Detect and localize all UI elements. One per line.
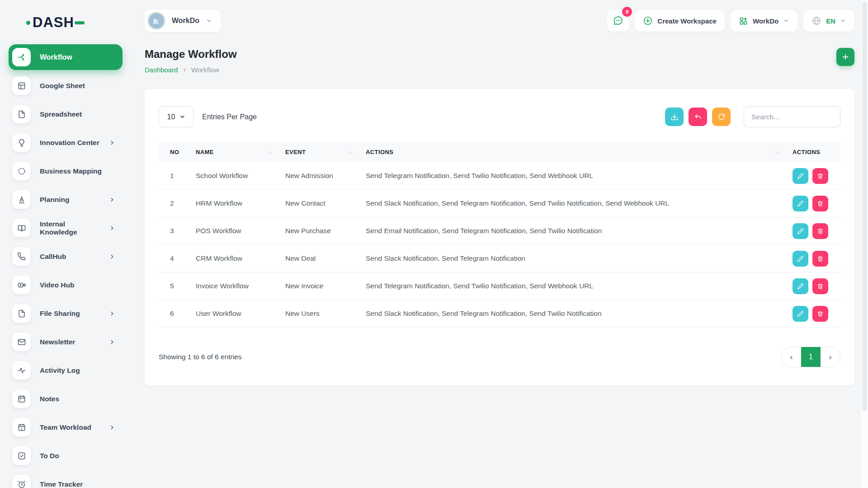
search-input[interactable] [744,106,840,127]
delete-button[interactable] [812,168,828,184]
sidebar-item-internal-knowledge[interactable]: Internal Knowledge [9,215,123,241]
chevron-right-icon [109,424,115,431]
sidebar-item-planning[interactable]: Planning [9,187,123,212]
row-no: 1 [159,172,190,180]
row-no: 2 [159,199,190,207]
pencil-icon [797,200,804,207]
sidebar-item-team-workload[interactable]: Team Workload [9,414,123,440]
table-row: 5 Invoice Workflow New Invoice Send Tele… [159,272,840,300]
scrollbar[interactable] [860,0,868,488]
trash-icon [817,255,824,262]
chevron-down-icon [179,114,185,120]
sidebar-item-video-hub[interactable]: Video Hub [9,272,123,298]
sidebar-item-newsletter[interactable]: Newsletter [9,329,123,355]
trash-icon [817,173,824,179]
sidebar-item-callhub[interactable]: CallHub [9,244,123,269]
row-name: POS Workflow [190,227,280,235]
export-button[interactable] [665,108,684,126]
sidebar-item-to-do[interactable]: To Do [9,443,123,469]
table-row: 3 POS Workflow New Purchase Send Email N… [159,217,840,245]
delete-button[interactable] [812,223,828,239]
row-actions-text: Send Telegram Notification, Send Twilio … [360,172,787,180]
sidebar-item-file-sharing[interactable]: File Sharing [9,300,123,326]
sidebar-item-business-mapping[interactable]: Business Mapping [9,158,123,184]
add-workflow-button[interactable] [836,48,854,66]
refresh-button[interactable] [712,108,731,126]
row-event: New Purchase [280,227,360,235]
workspace-selector[interactable]: WorkDo [145,9,221,32]
delete-button[interactable] [812,306,828,322]
delete-button[interactable] [812,196,828,211]
notification-badge: 0 [622,7,632,17]
sort-icon[interactable]: ↑↓ [268,150,274,155]
breadcrumb-dashboard-link[interactable]: Dashboard [145,66,178,74]
chevron-right-icon [109,140,115,146]
sidebar-item-notes[interactable]: Notes [9,386,123,412]
sort-icon[interactable]: ↑↓ [348,150,355,155]
edit-button[interactable] [793,278,808,294]
entries-per-page-select[interactable]: 10 [159,106,194,127]
chevron-right-icon [109,339,115,345]
table-row: 4 CRM Workflow New Deal Send Slack Notif… [159,245,840,272]
language-selector[interactable]: EN [803,10,854,32]
phone-icon [12,247,31,266]
breadcrumb-current: Workflow [191,66,219,74]
pencil-icon [797,228,804,235]
dashed-circle-icon [12,162,31,180]
page-title: Manage Workflow [145,48,237,61]
edit-button[interactable] [793,223,808,239]
chevron-right-icon [109,253,115,260]
sidebar-item-activity-log[interactable]: Activity Log [9,357,123,383]
sidebar-item-workflow[interactable]: Workflow [9,44,123,70]
row-event: New Admission [280,172,360,180]
column-header-no[interactable]: NO [159,149,190,155]
calendar-icon [12,389,31,408]
delete-button[interactable] [812,251,828,267]
create-workspace-button[interactable]: Create Workspace [635,10,725,32]
mail-icon [12,333,31,351]
table-grid-icon [12,76,31,95]
sidebar-item-label: To Do [40,452,115,460]
sidebar-item-spreadsheet[interactable]: Spreadsheet [9,101,123,127]
edit-button[interactable] [793,251,808,267]
edit-button[interactable] [793,196,808,211]
edit-button[interactable] [793,168,808,184]
chevron-right-icon [109,310,115,317]
undo-arrow-icon [694,113,702,121]
row-name: HRM Workflow [190,199,280,207]
chevron-down-icon [840,18,846,24]
alarm-clock-icon [12,475,31,488]
sidebar-item-label: Internal Knowledge [40,220,100,236]
column-header-name[interactable]: NAME↑↓ [190,149,280,155]
pagination: ‹ 1 › [781,347,840,367]
delete-button[interactable] [812,278,828,294]
sidebar-item-google-sheet[interactable]: Google Sheet [9,73,123,99]
table-header-row: NO NAME↑↓ EVENT↑↓ ACTIONS↑↓ ACTIONS [159,142,840,162]
sidebar-item-time-tracker[interactable]: Time Tracker [9,471,123,488]
row-event: New Deal [280,254,360,263]
chevron-right-icon [109,225,115,231]
sidebar-item-label: Time Tracker [40,480,115,488]
entries-per-page-value: 10 [167,113,175,121]
toolbar-actions [665,106,840,127]
column-header-event[interactable]: EVENT↑↓ [280,149,360,155]
workspace-avatar [147,12,165,30]
sort-icon[interactable]: ↑↓ [775,150,782,155]
column-header-actions[interactable]: ACTIONS↑↓ [360,149,787,155]
sidebar-item-label: Team Workload [40,423,100,432]
workdo-menu-button[interactable]: WorkDo [731,10,797,32]
scrollbar-thumb[interactable] [862,2,867,411]
reset-button[interactable] [689,108,707,126]
pagination-prev-button[interactable]: ‹ [782,347,801,367]
row-event: New Invoice [280,282,360,290]
sidebar-item-innovation-center[interactable]: Innovation Center [9,130,123,155]
file-icon [12,105,31,123]
edit-button[interactable] [793,306,808,322]
plus-circle-icon [643,16,653,26]
pagination-next-button[interactable]: › [821,347,840,367]
table-footer: Showing 1 to 6 of 6 entries ‹ 1 › [159,347,840,367]
row-actions-text: Send Email Notification, Send Telegram N… [360,227,787,235]
video-camera-icon [12,276,31,294]
messages-button[interactable]: 0 [607,10,629,32]
pagination-page-1[interactable]: 1 [801,347,821,367]
